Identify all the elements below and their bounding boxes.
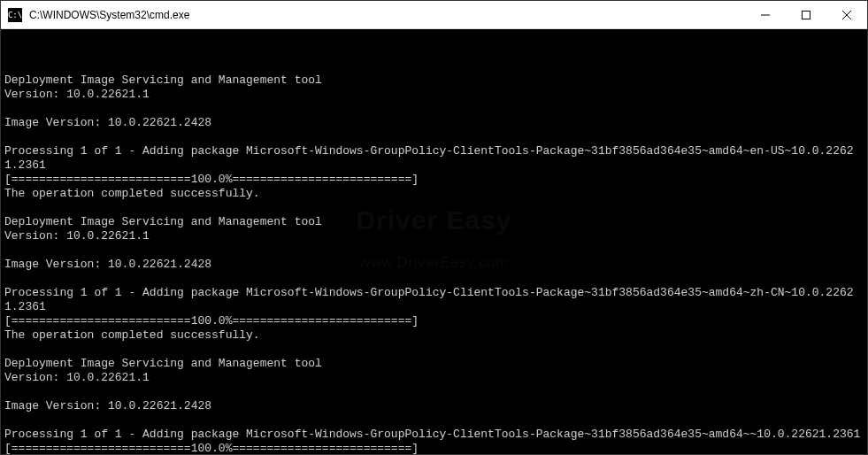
close-icon	[842, 11, 851, 19]
terminal-output[interactable]: Driver Easy www.DriverEasy.com Deploymen…	[1, 29, 867, 454]
minimize-button[interactable]	[745, 1, 786, 28]
svg-rect-1	[803, 11, 810, 19]
titlebar[interactable]: C:\ C:\WINDOWS\System32\cmd.exe	[1, 1, 867, 29]
close-button[interactable]	[826, 1, 867, 28]
window-controls	[745, 1, 867, 28]
maximize-button[interactable]	[786, 1, 826, 28]
maximize-icon	[802, 11, 810, 19]
terminal-text: Deployment Image Servicing and Managemen…	[4, 73, 864, 454]
window-title: C:\WINDOWS\System32\cmd.exe	[27, 9, 745, 21]
cmd-icon: C:\	[8, 8, 22, 22]
minimize-icon	[761, 11, 770, 19]
